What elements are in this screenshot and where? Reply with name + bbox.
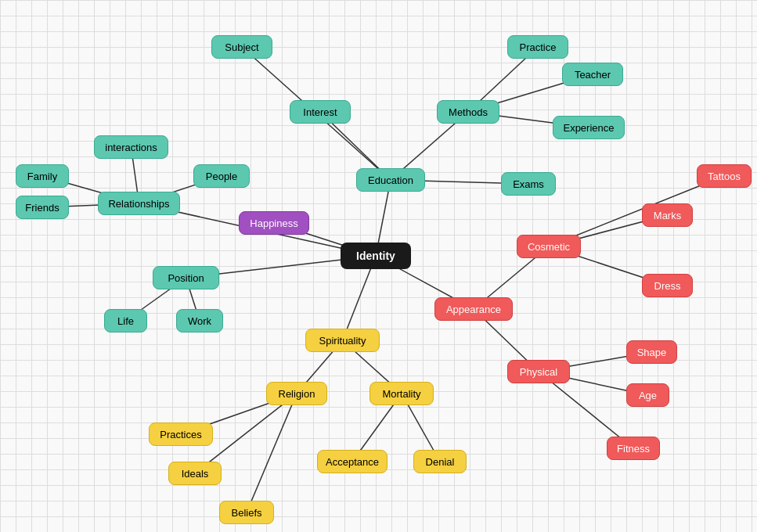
node-marks[interactable]: Marks [642,203,693,227]
node-spirituality[interactable]: Spirituality [305,329,380,352]
line-religion-beliefs [247,394,297,512]
mind-map-canvas: IdentityHappinessEducationAppearanceSpir… [0,0,757,532]
node-cosmetic[interactable]: Cosmetic [517,235,581,258]
node-teacher[interactable]: Teacher [562,63,623,86]
node-relationships[interactable]: Relationships [98,192,180,215]
node-physical[interactable]: Physical [507,360,570,383]
node-friends[interactable]: Friends [16,196,69,219]
node-interest[interactable]: Interest [290,100,351,124]
node-life[interactable]: Life [104,309,147,332]
node-appearance[interactable]: Appearance [434,297,513,321]
node-practice[interactable]: Practice [507,35,568,59]
node-identity[interactable]: Identity [341,243,411,269]
node-people[interactable]: People [193,164,250,188]
node-work[interactable]: Work [176,309,223,332]
node-fitness[interactable]: Fitness [607,437,660,460]
node-exams[interactable]: Exams [501,172,556,196]
node-practices[interactable]: Practices [149,422,213,446]
node-denial[interactable]: Denial [413,450,467,473]
node-methods[interactable]: Methods [437,100,499,124]
node-interactions[interactable]: interactions [94,135,168,159]
node-subject[interactable]: Subject [211,35,272,59]
node-ideals[interactable]: Ideals [168,462,222,485]
node-acceptance[interactable]: Acceptance [317,450,388,473]
node-dress[interactable]: Dress [642,274,693,297]
node-beliefs[interactable]: Beliefs [219,501,274,524]
node-position[interactable]: Position [153,266,219,289]
node-mortality[interactable]: Mortality [369,382,434,405]
node-happiness[interactable]: Happiness [239,211,309,235]
node-experience[interactable]: Experience [553,116,625,139]
node-shape[interactable]: Shape [626,340,677,364]
node-education[interactable]: Education [356,168,425,192]
node-religion[interactable]: Religion [266,382,327,405]
node-family[interactable]: Family [16,164,69,188]
node-age[interactable]: Age [626,383,669,407]
node-tattoos[interactable]: Tattoos [697,164,752,188]
